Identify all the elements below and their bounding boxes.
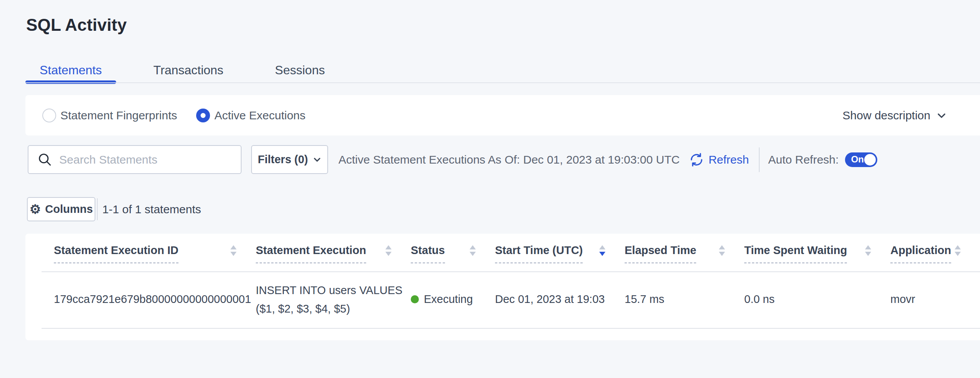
column-header-elapsed-time[interactable]: Elapsed Time: [625, 244, 744, 271]
radio-statement-fingerprints-label: Statement Fingerprints: [60, 109, 177, 122]
chevron-down-icon: [313, 155, 322, 164]
vertical-divider: [759, 147, 760, 172]
cell-application: movr: [890, 293, 980, 306]
status-dot-icon: [411, 295, 419, 303]
auto-refresh-state: On: [851, 154, 864, 165]
table-header-divider: [42, 271, 980, 272]
vertical-divider: [97, 198, 98, 220]
show-description-label: Show description: [843, 109, 930, 122]
sort-icon: [865, 245, 871, 256]
cell-time-spent-waiting: 0.0 ns: [744, 293, 890, 306]
statement-line-2: ($1, $2, $3, $4, $5): [256, 299, 411, 318]
sort-desc-icon: [599, 245, 605, 256]
refresh-label: Refresh: [708, 153, 749, 166]
view-mode-card: Statement Fingerprints Active Executions…: [25, 95, 980, 135]
radio-statement-fingerprints[interactable]: Statement Fingerprints: [42, 109, 177, 122]
column-header-statement-execution[interactable]: Statement Execution: [256, 244, 411, 271]
column-header-label: Time Spent Waiting: [744, 244, 847, 263]
show-description-toggle[interactable]: Show description: [843, 95, 947, 135]
column-header-statement-execution-id[interactable]: Statement Execution ID: [54, 244, 256, 271]
sort-icon: [230, 245, 237, 256]
radio-unselected-icon: [42, 109, 56, 122]
column-header-label: Status: [411, 244, 445, 263]
sort-icon: [385, 245, 392, 256]
search-input[interactable]: [28, 145, 242, 174]
tab-transactions[interactable]: Transactions: [139, 58, 238, 82]
column-header-status[interactable]: Status: [411, 244, 495, 271]
filters-button[interactable]: Filters (0): [251, 145, 328, 174]
tab-statements[interactable]: Statements: [25, 58, 116, 82]
gear-icon: ⚙: [30, 203, 41, 216]
table-row: 179cca7921e679b80000000000000001 INSERT …: [25, 271, 980, 327]
radio-active-executions[interactable]: Active Executions: [196, 109, 305, 122]
column-header-label: Statement Execution ID: [54, 244, 178, 263]
tab-sessions-label: Sessions: [275, 63, 325, 77]
column-header-label: Statement Execution: [256, 244, 366, 263]
refresh-button[interactable]: Refresh: [689, 152, 749, 167]
cell-status: Executing: [411, 293, 495, 306]
tab-transactions-label: Transactions: [153, 63, 223, 77]
sort-icon: [719, 245, 725, 256]
column-header-label: Elapsed Time: [625, 244, 696, 263]
as-of-text: Active Statement Executions As Of: Dec 0…: [338, 153, 680, 166]
cell-execution-id: 179cca7921e679b80000000000000001: [54, 293, 256, 306]
search-statements: [28, 145, 242, 174]
filters-button-label: Filters (0): [258, 153, 308, 166]
auto-refresh-label: Auto Refresh:: [768, 153, 838, 166]
statements-table-card: Statement Execution ID Statement Executi…: [25, 234, 980, 340]
sort-icon: [470, 245, 476, 256]
cell-elapsed-time: 15.7 ms: [625, 293, 744, 306]
tab-statements-label: Statements: [40, 63, 102, 77]
chevron-down-icon: [936, 110, 947, 121]
radio-active-executions-label: Active Executions: [214, 109, 305, 122]
column-header-label: Application: [890, 244, 951, 263]
table-header-row: Statement Execution ID Statement Executi…: [25, 234, 980, 271]
column-header-label: Start Time (UTC): [495, 244, 583, 263]
radio-selected-icon: [196, 109, 210, 122]
toggle-knob: [864, 154, 876, 166]
refresh-icon: [689, 152, 704, 167]
cell-statement: INSERT INTO users VALUES ($1, $2, $3, $4…: [256, 281, 411, 318]
column-header-application[interactable]: Application: [890, 244, 980, 271]
page-title: SQL Activity: [26, 15, 127, 35]
column-header-start-time[interactable]: Start Time (UTC): [495, 244, 625, 271]
table-row-divider: [42, 328, 980, 329]
cell-start-time: Dec 01, 2023 at 19:03: [495, 293, 625, 306]
tab-bar: Statements Transactions Sessions: [25, 58, 339, 82]
sort-icon: [955, 245, 961, 256]
tab-bar-divider: [25, 82, 980, 83]
search-icon: [38, 152, 52, 167]
column-header-time-spent-waiting[interactable]: Time Spent Waiting: [744, 244, 890, 271]
columns-button-label: Columns: [45, 203, 93, 216]
auto-refresh-toggle[interactable]: On: [845, 152, 877, 167]
columns-button[interactable]: ⚙ Columns: [27, 197, 95, 221]
tab-sessions[interactable]: Sessions: [261, 58, 339, 82]
statement-line-1: INSERT INTO users VALUES: [256, 281, 411, 299]
result-count: 1-1 of 1 statements: [102, 197, 201, 221]
status-label: Executing: [424, 293, 473, 306]
as-of-row: Active Statement Executions As Of: Dec 0…: [338, 145, 980, 174]
